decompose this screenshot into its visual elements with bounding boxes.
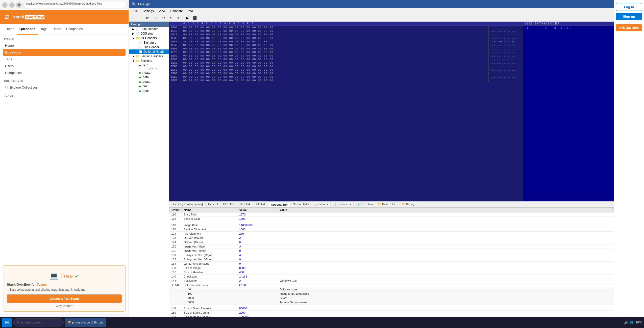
tree-dos-stub[interactable]: ▶ 📄 DOS stub: [129, 31, 169, 36]
hex-row[interactable]: 1E402A A0 2B 1B 00 99 2B 00 00 00 00 00 …: [169, 40, 523, 43]
tree-sections[interactable]: ▼ 📁 Sections: [129, 59, 169, 63]
taskbar-app-processhacker[interactable]: 📦 processhacker-2.39-...zip: [65, 318, 106, 327]
hex-row[interactable]: 1E2000 00 00 00 00 00 00 00 00 00 00 00 …: [169, 33, 523, 36]
tab-debug[interactable]: 📁 Debug: [399, 202, 417, 207]
hex-view-left[interactable]: 0 1 2 3 4 5 6 7 8 9 A B C D E F 1E0000 0…: [169, 22, 523, 201]
tab-exception[interactable]: 📊 Exception: [354, 202, 375, 207]
hex-row[interactable]: 1EB000 00 00 00 00 00 00 00 00 00 00 00 …: [169, 65, 523, 68]
hex-row[interactable]: 1E6000 00 00 00 00 00 00 00 00 00 00 00 …: [169, 47, 523, 50]
tree-section-reloc[interactable]: ◆ .reloc: [129, 89, 169, 93]
nav-item-questions[interactable]: Questions: [17, 24, 38, 35]
toolbar-forward[interactable]: →: [137, 15, 143, 21]
tree-section-headers[interactable]: ▼ 📁 Section Headers: [129, 54, 169, 59]
toolbar-play[interactable]: ▶: [184, 15, 190, 21]
tab-optional-hdr[interactable]: Optional Hdr: [268, 202, 291, 207]
hex-row[interactable]: 1E3000 00 00 00 00 00 00 00 00 00 00 00 …: [169, 36, 523, 40]
taskbar-search[interactable]: [13, 318, 64, 326]
table-row[interactable]: 148Size of Stack Reserve80000: [169, 306, 614, 311]
sidebar-item-users[interactable]: Users: [3, 63, 126, 69]
nav-item-users[interactable]: Users: [50, 24, 64, 35]
menu-view[interactable]: View: [156, 9, 168, 13]
toolbar-refresh[interactable]: ⟳: [144, 15, 151, 21]
signup-button[interactable]: Sign up: [616, 13, 642, 20]
hex-view-right[interactable]: 0 1 2 3 4 5 6 7 8 9 A B C D E F . c . - …: [523, 22, 614, 201]
tab-dos-hdr[interactable]: DOS Hdr: [221, 202, 237, 207]
menu-file[interactable]: File: [130, 9, 140, 13]
hex-row[interactable]: 1E0000 00 00 00 00 00 00 00 00 00 00 00 …: [169, 26, 523, 29]
back-button[interactable]: ←: [2, 2, 8, 8]
table-row-dll-char[interactable]: ▼ 146DLL CharacteristicsC160: [169, 283, 614, 287]
tree-section-data[interactable]: ◆ .data: [129, 75, 169, 79]
table-row[interactable]: 118Image Base140000000: [169, 223, 614, 227]
hex-row[interactable]: 1EA000 00 00 00 00 00 00 00 00 00 00 00 …: [169, 61, 523, 65]
toolbar-stop[interactable]: ⬛: [191, 15, 197, 21]
ask-question-button[interactable]: Ask Question: [616, 24, 642, 31]
sidebar-item-companies[interactable]: Companies: [3, 69, 126, 76]
toolbar-undo[interactable]: ⟲: [168, 15, 174, 21]
hex-row[interactable]: 1E8000 00 00 00 00 00 00 00 00 00 00 00 …: [169, 54, 523, 58]
tree-section-text[interactable]: ◆ .text: [129, 63, 169, 68]
tab-basereloc[interactable]: 📁 BaseReloc.: [375, 202, 399, 207]
sidebar-item-tags[interactable]: Tags: [3, 56, 126, 63]
tree-optional-header[interactable]: 📄 Optional Header: [129, 49, 169, 54]
hex-row[interactable]: 1E5000 00 00 00 00 00 00 00 00 00 00 00 …: [169, 43, 523, 47]
tree-section-pdata[interactable]: ◆ .pdata: [129, 79, 169, 84]
table-row[interactable]: 140Checksum14163: [169, 274, 614, 279]
tab-file-hdr[interactable]: File Hdr: [253, 202, 268, 207]
nav-item-home[interactable]: Home: [3, 24, 17, 35]
toolbar-back[interactable]: ←: [130, 15, 136, 21]
table-row[interactable]: 150Size of Stack Commit2000: [169, 311, 614, 315]
tab-imports[interactable]: 📊 Imports: [312, 202, 331, 207]
table-row[interactable]: 114Base of Code1000: [169, 217, 614, 221]
toolbar-cut[interactable]: ✂: [161, 15, 167, 21]
tree-dos-header[interactable]: ▶ 📄 DOS Header: [129, 27, 169, 31]
url-bar[interactable]: stackoverflow.com/questions/26868300/mem…: [23, 2, 127, 8]
why-teams-link[interactable]: Why Teams?: [7, 304, 122, 308]
table-row[interactable]: 12AOS Ver. (Minor)0: [169, 240, 614, 244]
nav-item-companies[interactable]: Companies: [64, 24, 85, 35]
hex-row[interactable]: 1EC000 00 00 00 00 00 00 00 00 00 00 00 …: [169, 68, 523, 72]
tree-file-header[interactable]: 📄 File Header: [129, 45, 169, 49]
toolbar-redo[interactable]: ⟳: [175, 15, 181, 21]
hex-row[interactable]: 1EE000 00 00 00 00 00 00 00 00 00 00 00 …: [169, 75, 523, 79]
menu-info[interactable]: Info: [185, 9, 195, 13]
table-row[interactable]: 12EImage Ver. (Minor)0: [169, 249, 614, 253]
tree-signature[interactable]: 📄 Signature: [129, 40, 169, 45]
table-row[interactable]: 138Size of Image8000: [169, 266, 614, 270]
hex-row[interactable]: 1EF000 00 00 00 00 00 00 00 00 00 00 00 …: [169, 79, 523, 82]
hex-row[interactable]: 1ED000 00 00 00 00 00 00 00 00 00 00 00 …: [169, 72, 523, 75]
sidebar-item-explore-collectives[interactable]: ⬡ Explore Collectives: [3, 84, 126, 91]
tab-disasm[interactable]: Disasm (.data] to [.pdata]: [169, 202, 206, 207]
tab-section-hdrs[interactable]: Section Hdrs: [291, 202, 312, 207]
menu-compare[interactable]: Compare: [168, 9, 185, 13]
table-row[interactable]: 12CImage Ver. (Major)A: [169, 244, 614, 249]
toolbar-select[interactable]: ⊡: [154, 15, 160, 21]
tree-section-rsrc[interactable]: ◆ .rsrc: [129, 84, 169, 89]
menu-settings[interactable]: Settings: [140, 9, 156, 13]
forward-button[interactable]: →: [9, 2, 15, 8]
table-row[interactable]: 124File Alignment200: [169, 231, 614, 236]
table-row[interactable]: 13CSize of Headers400: [169, 270, 614, 274]
hex-row[interactable]: 1E9000 00 00 00 00 00 00 00 00 00 00 00 …: [169, 58, 523, 61]
sidebar-item-home[interactable]: Home: [3, 42, 126, 49]
detail-table-container[interactable]: Offset Name Value Value 110Entry Point18…: [169, 207, 614, 322]
table-row[interactable]: 128OS Ver. (Major)A: [169, 236, 614, 240]
tab-general[interactable]: General: [206, 202, 221, 207]
tab-resources[interactable]: 📊 Resources: [331, 202, 354, 207]
start-button[interactable]: ⊞: [2, 318, 12, 327]
create-team-button[interactable]: Create a free Team: [7, 294, 122, 303]
tab-rich-hdr[interactable]: Rich Hdr: [237, 202, 254, 207]
table-row[interactable]: 134Win32 Version Value0: [169, 261, 614, 266]
tree-section-ndata[interactable]: ◆ .ndata: [129, 70, 169, 75]
hex-row[interactable]: 1E1000 00 00 00 00 00 00 00 00 00 00 00 …: [169, 29, 523, 33]
table-row[interactable]: 120Section Alignment1000: [169, 227, 614, 231]
table-row[interactable]: 132Subsystem Ver. (Minor)0: [169, 257, 614, 261]
reload-button[interactable]: ↺: [16, 2, 22, 8]
login-button[interactable]: Log in: [616, 3, 642, 11]
table-row[interactable]: 144Subsystem2Windows GUI: [169, 279, 614, 283]
table-row[interactable]: 110Entry Point1870: [169, 212, 614, 217]
table-row[interactable]: 130Subsystem Ver. (Major)A: [169, 253, 614, 257]
sidebar-item-questions[interactable]: Questions: [3, 49, 126, 56]
nav-item-tags[interactable]: Tags: [38, 24, 50, 35]
tree-nt-headers[interactable]: ▼ 📁 NT Headers: [129, 36, 169, 40]
